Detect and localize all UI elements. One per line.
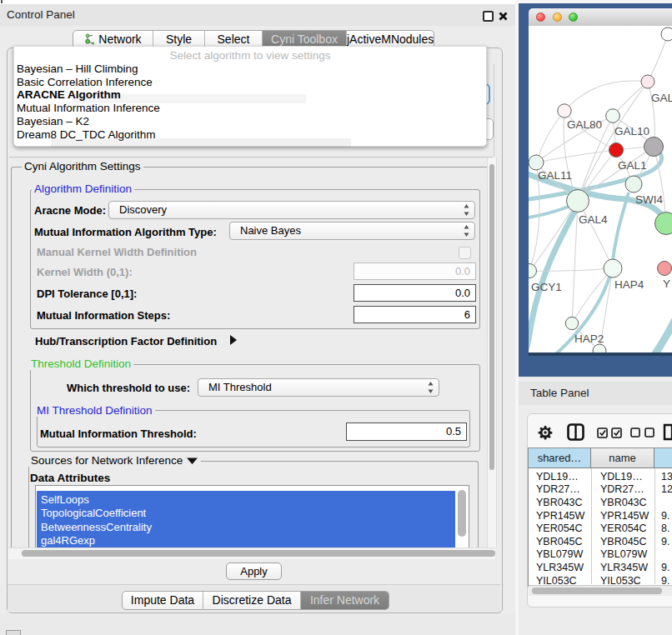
svg-text:GAL1: GAL1	[618, 159, 647, 172]
svg-text:GAL11: GAL11	[538, 169, 572, 182]
svg-text:GCY1: GCY1	[531, 281, 562, 293]
svg-text:GAL80: GAL80	[567, 118, 602, 131]
svg-text:SWI4: SWI4	[635, 193, 663, 206]
svg-text:Y: Y	[663, 278, 670, 290]
svg-text:GAL4: GAL4	[579, 213, 608, 226]
svg-text:HAP2: HAP2	[574, 332, 604, 345]
svg-text:GAL: GAL	[651, 92, 672, 104]
svg-text:GAL10: GAL10	[614, 125, 649, 138]
svg-text:HAP4: HAP4	[614, 278, 644, 291]
